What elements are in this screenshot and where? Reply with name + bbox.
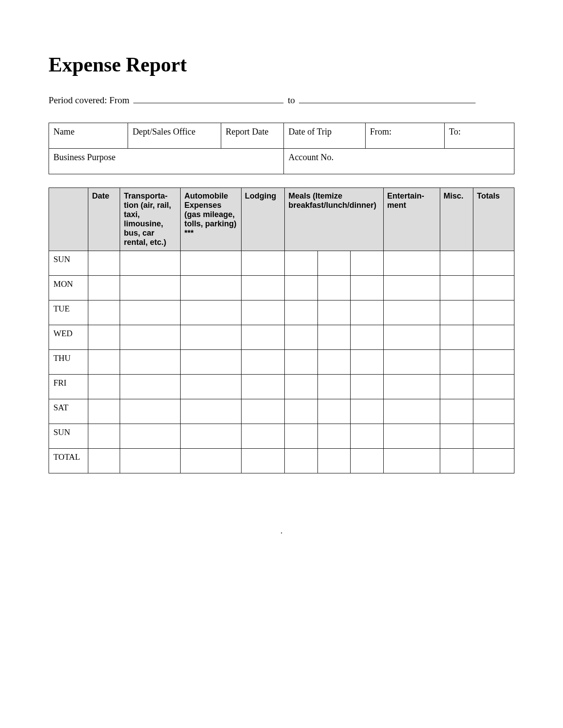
info-account-no-cell[interactable]: Account No. bbox=[284, 149, 514, 174]
entertainment-cell[interactable] bbox=[383, 251, 440, 276]
misc-cell[interactable] bbox=[440, 399, 473, 424]
transportation-cell[interactable] bbox=[120, 300, 181, 325]
automobile-cell[interactable] bbox=[181, 276, 241, 300]
totals-cell[interactable] bbox=[473, 325, 514, 350]
totals-cell[interactable] bbox=[473, 300, 514, 325]
meal-cell[interactable] bbox=[351, 399, 384, 424]
lodging-cell[interactable] bbox=[241, 375, 285, 399]
lodging-cell[interactable] bbox=[241, 276, 285, 300]
meal-cell[interactable] bbox=[351, 276, 384, 300]
automobile-cell[interactable] bbox=[181, 375, 241, 399]
meal-cell[interactable] bbox=[285, 325, 318, 350]
meal-cell[interactable] bbox=[317, 449, 351, 473]
meal-cell[interactable] bbox=[285, 424, 318, 449]
meal-cell[interactable] bbox=[351, 300, 384, 325]
meal-cell[interactable] bbox=[285, 276, 318, 300]
meal-cell[interactable] bbox=[317, 276, 351, 300]
meal-cell[interactable] bbox=[351, 424, 384, 449]
automobile-cell[interactable] bbox=[181, 350, 241, 375]
meal-cell[interactable] bbox=[351, 350, 384, 375]
entertainment-cell[interactable] bbox=[383, 300, 440, 325]
lodging-cell[interactable] bbox=[241, 449, 285, 473]
transportation-cell[interactable] bbox=[120, 399, 181, 424]
info-dept-cell[interactable]: Dept/Sales Office bbox=[128, 123, 221, 149]
misc-cell[interactable] bbox=[440, 251, 473, 276]
meal-cell[interactable] bbox=[317, 375, 351, 399]
totals-cell[interactable] bbox=[473, 251, 514, 276]
transportation-cell[interactable] bbox=[120, 375, 181, 399]
info-to-cell[interactable]: To: bbox=[444, 123, 514, 149]
entertainment-cell[interactable] bbox=[383, 350, 440, 375]
date-cell[interactable] bbox=[88, 251, 120, 276]
entertainment-cell[interactable] bbox=[383, 399, 440, 424]
period-from-input-line[interactable] bbox=[133, 103, 283, 103]
lodging-cell[interactable] bbox=[241, 325, 285, 350]
automobile-cell[interactable] bbox=[181, 399, 241, 424]
lodging-cell[interactable] bbox=[241, 350, 285, 375]
misc-cell[interactable] bbox=[440, 350, 473, 375]
automobile-cell[interactable] bbox=[181, 300, 241, 325]
automobile-cell[interactable] bbox=[181, 424, 241, 449]
date-cell[interactable] bbox=[88, 276, 120, 300]
meal-cell[interactable] bbox=[317, 424, 351, 449]
totals-cell[interactable] bbox=[473, 399, 514, 424]
meal-cell[interactable] bbox=[351, 375, 384, 399]
automobile-cell[interactable] bbox=[181, 449, 241, 473]
meal-cell[interactable] bbox=[285, 399, 318, 424]
entertainment-cell[interactable] bbox=[383, 449, 440, 473]
automobile-cell[interactable] bbox=[181, 325, 241, 350]
meal-cell[interactable] bbox=[317, 325, 351, 350]
date-cell[interactable] bbox=[88, 350, 120, 375]
lodging-cell[interactable] bbox=[241, 251, 285, 276]
meal-cell[interactable] bbox=[285, 300, 318, 325]
misc-cell[interactable] bbox=[440, 449, 473, 473]
transportation-cell[interactable] bbox=[120, 325, 181, 350]
meal-cell[interactable] bbox=[317, 399, 351, 424]
date-cell[interactable] bbox=[88, 449, 120, 473]
totals-cell[interactable] bbox=[473, 350, 514, 375]
date-cell[interactable] bbox=[88, 375, 120, 399]
period-to-input-line[interactable] bbox=[299, 103, 476, 103]
totals-cell[interactable] bbox=[473, 449, 514, 473]
totals-cell[interactable] bbox=[473, 375, 514, 399]
entertainment-cell[interactable] bbox=[383, 424, 440, 449]
info-date-of-trip-cell[interactable]: Date of Trip bbox=[284, 123, 365, 149]
meal-cell[interactable] bbox=[285, 350, 318, 375]
transportation-cell[interactable] bbox=[120, 350, 181, 375]
entertainment-cell[interactable] bbox=[383, 325, 440, 350]
misc-cell[interactable] bbox=[440, 424, 473, 449]
info-business-purpose-cell[interactable]: Business Purpose bbox=[49, 149, 284, 174]
transportation-cell[interactable] bbox=[120, 276, 181, 300]
lodging-cell[interactable] bbox=[241, 399, 285, 424]
meal-cell[interactable] bbox=[351, 325, 384, 350]
meal-cell[interactable] bbox=[285, 251, 318, 276]
transportation-cell[interactable] bbox=[120, 424, 181, 449]
totals-cell[interactable] bbox=[473, 276, 514, 300]
info-report-date-cell[interactable]: Report Date bbox=[221, 123, 283, 149]
entertainment-cell[interactable] bbox=[383, 276, 440, 300]
meal-cell[interactable] bbox=[317, 251, 351, 276]
automobile-cell[interactable] bbox=[181, 251, 241, 276]
transportation-cell[interactable] bbox=[120, 251, 181, 276]
misc-cell[interactable] bbox=[440, 276, 473, 300]
misc-cell[interactable] bbox=[440, 325, 473, 350]
misc-cell[interactable] bbox=[440, 300, 473, 325]
date-cell[interactable] bbox=[88, 399, 120, 424]
meal-cell[interactable] bbox=[351, 449, 384, 473]
totals-cell[interactable] bbox=[473, 424, 514, 449]
date-cell[interactable] bbox=[88, 325, 120, 350]
date-cell[interactable] bbox=[88, 424, 120, 449]
info-name-cell[interactable]: Name bbox=[49, 123, 128, 149]
meal-cell[interactable] bbox=[317, 350, 351, 375]
meal-cell[interactable] bbox=[285, 375, 318, 399]
info-from-cell[interactable]: From: bbox=[365, 123, 444, 149]
lodging-cell[interactable] bbox=[241, 300, 285, 325]
misc-cell[interactable] bbox=[440, 375, 473, 399]
lodging-cell[interactable] bbox=[241, 424, 285, 449]
date-cell[interactable] bbox=[88, 300, 120, 325]
meal-cell[interactable] bbox=[317, 300, 351, 325]
entertainment-cell[interactable] bbox=[383, 375, 440, 399]
meal-cell[interactable] bbox=[351, 251, 384, 276]
meal-cell[interactable] bbox=[285, 449, 318, 473]
transportation-cell[interactable] bbox=[120, 449, 181, 473]
